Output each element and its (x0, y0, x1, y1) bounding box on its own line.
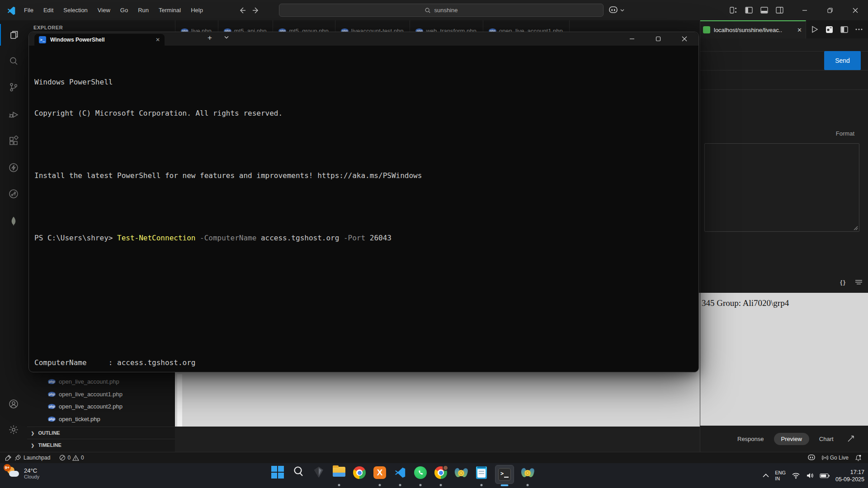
go-live-button[interactable]: Go Live (822, 455, 849, 461)
powershell-icon: >_ (39, 36, 46, 43)
extensions-icon[interactable] (0, 130, 27, 152)
taskbar-search-icon[interactable] (292, 465, 305, 487)
launchpad-label[interactable]: Launchpad (24, 455, 50, 461)
app-gem-icon[interactable] (312, 465, 326, 487)
chrome-profile-icon[interactable] (434, 465, 448, 487)
restore-button[interactable] (817, 0, 843, 20)
app-launcher-icon[interactable] (454, 465, 468, 487)
start-button[interactable] (271, 465, 285, 487)
notifications-bell-icon[interactable] (855, 455, 862, 461)
terminal-line: Copyright (C) Microsoft Corporation. All… (34, 108, 693, 118)
launchpad-rocket-icon (14, 455, 21, 461)
open-in-editor-icon[interactable] (826, 26, 833, 33)
menu-item[interactable]: Run (133, 7, 154, 14)
notepad-icon[interactable] (475, 465, 488, 487)
menu-item[interactable]: File (19, 7, 38, 14)
preview-view-button[interactable]: Preview (774, 433, 809, 445)
new-tab-icon[interactable]: + (208, 33, 212, 42)
remote-explorer-icon[interactable] (0, 183, 27, 205)
resize-grip-icon[interactable] (854, 226, 858, 230)
terminal-line: Install the latest PowerShell for new fe… (34, 170, 693, 181)
toggle-secondary-sidebar-icon[interactable] (776, 7, 783, 14)
timeline-label: TIMELINE (38, 442, 61, 448)
whatsapp-icon[interactable] (414, 465, 427, 487)
close-icon[interactable]: ✕ (156, 37, 160, 43)
terminal-tab[interactable]: >_ Windows PowerShell ✕ (34, 34, 165, 46)
battery-icon[interactable] (820, 473, 830, 479)
close-icon[interactable]: ✕ (797, 27, 802, 33)
request-tab[interactable]: localhost/sunshine/liveac.. ✕ (700, 20, 806, 38)
xampp-icon[interactable]: X (373, 465, 387, 487)
clock[interactable]: 17:17 05-09-2025 (835, 469, 864, 483)
request-actions (806, 20, 863, 38)
customize-layout-icon[interactable] (730, 7, 737, 14)
settings-gear-icon[interactable] (0, 419, 27, 441)
file-item[interactable]: open_live_account2.php (27, 400, 175, 413)
request-tab-label: localhost/sunshine/liveac.. (714, 27, 782, 33)
minimize-button[interactable] (792, 0, 817, 20)
mongodb-icon[interactable] (0, 210, 27, 232)
menu-lines-icon[interactable] (855, 280, 863, 285)
search-icon (425, 7, 431, 14)
wifi-icon[interactable] (792, 472, 800, 479)
toggle-sidebar-icon[interactable] (745, 7, 753, 14)
search-sidebar-icon[interactable] (0, 50, 27, 72)
back-arrow-icon[interactable] (239, 7, 246, 14)
toggle-panel-icon[interactable] (760, 7, 768, 14)
menu-item[interactable]: Help (186, 7, 208, 14)
close-button[interactable] (843, 0, 868, 20)
menu-item[interactable]: View (93, 7, 115, 14)
maximize-button[interactable] (648, 32, 669, 46)
volume-icon[interactable] (806, 472, 814, 479)
language-indicator[interactable]: ENG IN (775, 470, 786, 482)
editor-bottom-strip (175, 427, 700, 452)
thunder-client-icon[interactable] (0, 157, 27, 178)
forward-arrow-icon[interactable] (252, 7, 259, 14)
problems-indicator[interactable]: 0 0 (59, 455, 84, 461)
terminal-titlebar[interactable]: >_ Windows PowerShell ✕ + (29, 32, 698, 46)
accounts-icon[interactable] (0, 393, 27, 415)
timeline-section[interactable]: ❯ TIMELINE (27, 439, 175, 451)
weather-widget[interactable]: 9+ 24°C Cloudy (6, 466, 39, 480)
send-button[interactable]: Send (824, 51, 861, 70)
file-item[interactable]: open_ticket.php (27, 413, 175, 425)
app-launcher-2-icon[interactable] (521, 465, 534, 487)
terminal-output[interactable]: Windows PowerShell Copyright (C) Microso… (34, 46, 693, 368)
menu-item[interactable]: Go (115, 7, 133, 14)
menu-item[interactable]: Terminal (154, 7, 186, 14)
run-debug-icon[interactable] (0, 103, 27, 125)
layout-controls (730, 0, 783, 20)
command-center-search[interactable]: sunshine (279, 4, 604, 17)
minimize-button[interactable] (622, 32, 642, 46)
terminal-taskbar-icon[interactable]: > (495, 465, 514, 487)
chrome-icon[interactable] (353, 465, 366, 487)
split-editor-icon[interactable] (840, 26, 848, 33)
response-view-button[interactable]: Response (732, 433, 769, 445)
explorer-header: EXPLORER (33, 25, 63, 30)
outline-section[interactable]: ❯ OUTLINE (27, 427, 175, 439)
terminal-result-block: ComputerName : access.tgshost.orgRemoteA… (34, 326, 693, 368)
chevron-down-icon (620, 9, 624, 12)
format-json-icon[interactable]: { } (840, 279, 845, 286)
request-body-textarea[interactable] (704, 143, 859, 232)
menu-item[interactable]: Edit (38, 7, 58, 14)
chart-view-button[interactable]: Chart (814, 433, 839, 445)
run-request-icon[interactable] (811, 26, 818, 33)
tray-chevron-up-icon[interactable] (763, 474, 769, 478)
tab-dropdown-icon[interactable] (224, 36, 229, 39)
copilot-status-icon[interactable] (807, 455, 816, 461)
explorer-icon[interactable] (0, 24, 27, 46)
file-item[interactable]: open_live_account.php (27, 375, 175, 388)
file-explorer-icon[interactable] (332, 465, 346, 487)
more-actions-icon[interactable] (855, 28, 863, 30)
format-label[interactable]: Format (836, 130, 854, 137)
copilot-menu[interactable] (609, 0, 624, 20)
preview-scrollbar[interactable] (177, 374, 182, 427)
file-item[interactable]: open_live_account1.php (27, 388, 175, 400)
powershell-window[interactable]: >_ Windows PowerShell ✕ + Windows PowerS… (28, 32, 699, 372)
menu-item[interactable]: Selection (58, 7, 92, 14)
expand-diagonal-icon[interactable] (847, 435, 854, 442)
close-button[interactable] (674, 32, 695, 46)
source-control-icon[interactable] (0, 76, 27, 98)
vscode-taskbar-icon[interactable] (393, 465, 407, 487)
